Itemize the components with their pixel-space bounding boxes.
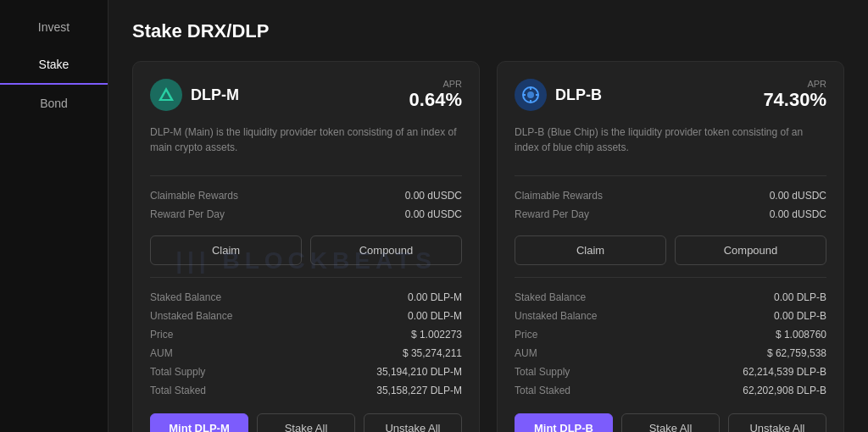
dlp-b-icon: [515, 79, 547, 111]
dlp-b-token-info: DLP-B: [515, 79, 602, 111]
dlp-m-stats: Staked Balance 0.00 DLP-M Unstaked Balan…: [150, 288, 462, 400]
dlp-m-description: DLP-M (Main) is the liquidity provider t…: [150, 125, 462, 162]
dlp-m-price-row: Price $ 1.002273: [150, 325, 462, 344]
dlp-b-price-row: Price $ 1.008760: [515, 325, 826, 344]
dlp-b-price-value: $ 1.008760: [776, 329, 826, 341]
dlp-b-unstaked-balance-row: Unstaked Balance 0.00 DLP-B: [515, 307, 826, 325]
dlp-m-staked-label: Staked Balance: [150, 291, 221, 303]
dlp-b-total-staked-value: 62,202,908 DLP-B: [743, 385, 826, 396]
dlp-b-staked-balance-row: Staked Balance 0.00 DLP-B: [515, 288, 826, 307]
dlp-b-total-supply-label: Total Supply: [515, 366, 570, 378]
dlp-b-staked-label: Staked Balance: [515, 291, 586, 303]
dlp-b-total-staked-row: Total Staked 62,202,908 DLP-B: [515, 381, 826, 400]
dlp-m-staked-value: 0.00 DLP-M: [408, 291, 462, 303]
dlp-b-unstaked-value: 0.00 DLP-B: [774, 310, 826, 322]
dlp-m-reward-per-day-row: Reward Per Day 0.00 dUSDC: [150, 205, 462, 224]
dlp-b-price-label: Price: [515, 329, 537, 341]
dlp-b-total-supply-value: 62,214,539 DLP-B: [743, 366, 826, 378]
dlp-m-mint-button[interactable]: Mint DLP-M: [150, 413, 248, 432]
dlp-b-aum-label: AUM: [515, 347, 537, 359]
dlp-m-unstaked-label: Unstaked Balance: [150, 310, 232, 322]
dlp-m-compound-button[interactable]: Compound: [310, 235, 462, 265]
dlp-m-reward-value: 0.00 dUSDC: [405, 208, 462, 220]
dlp-b-stats: Staked Balance 0.00 DLP-B Unstaked Balan…: [515, 288, 826, 400]
dlp-m-header: DLP-M APR 0.64%: [150, 79, 462, 111]
dlp-m-claim-button[interactable]: Claim: [150, 235, 302, 265]
dlp-m-claimable-rewards-row: Claimable Rewards 0.00 dUSDC: [150, 186, 462, 205]
dlp-m-card: ||| BLOCKBEATS DLP-M APR 0.64% DL: [132, 61, 480, 432]
dlp-b-staked-value: 0.00 DLP-B: [774, 291, 826, 303]
dlp-b-unstake-all-button[interactable]: Unstake All: [728, 413, 826, 432]
dlp-m-total-supply-row: Total Supply 35,194,210 DLP-M: [150, 363, 462, 381]
dlp-b-claimable-rewards-row: Claimable Rewards 0.00 dUSDC: [515, 186, 826, 205]
dlp-b-reward-per-day-row: Reward Per Day 0.00 dUSDC: [515, 205, 826, 224]
dlp-b-claimable-value: 0.00 dUSDC: [770, 190, 826, 202]
dlp-m-total-supply-value: 35,194,210 DLP-M: [376, 366, 462, 378]
dlp-m-staked-balance-row: Staked Balance 0.00 DLP-M: [150, 288, 462, 307]
dlp-b-name: DLP-B: [555, 86, 602, 104]
dlp-m-aum-value: $ 35,274,211: [403, 347, 462, 359]
dlp-m-divider-1: [150, 175, 462, 176]
dlp-m-token-info: DLP-M: [150, 79, 239, 111]
dlp-b-apr-value: 74.30%: [763, 89, 826, 111]
dlp-m-total-staked-row: Total Staked 35,158,227 DLP-M: [150, 381, 462, 400]
dlp-m-claimable-label: Claimable Rewards: [150, 190, 238, 202]
dlp-m-claimable-value: 0.00 dUSDC: [405, 190, 462, 202]
dlp-b-divider-2: [515, 277, 826, 278]
sidebar-item-stake[interactable]: Stake: [0, 46, 108, 85]
dlp-m-total-staked-value: 35,158,227 DLP-M: [376, 385, 462, 396]
dlp-m-aum-row: AUM $ 35,274,211: [150, 344, 462, 363]
dlp-b-unstaked-label: Unstaked Balance: [515, 310, 597, 322]
dlp-m-icon: [150, 79, 182, 111]
dlp-b-compound-button[interactable]: Compound: [675, 235, 826, 265]
dlp-b-apr: APR 74.30%: [763, 79, 826, 111]
dlp-m-apr-label: APR: [409, 79, 462, 89]
sidebar-item-invest[interactable]: Invest: [0, 8, 108, 46]
dlp-m-reward-label: Reward Per Day: [150, 208, 225, 220]
dlp-b-reward-value: 0.00 dUSDC: [770, 208, 826, 220]
dlp-m-total-staked-label: Total Staked: [150, 385, 206, 396]
cards-container: ||| BLOCKBEATS DLP-M APR 0.64% DL: [132, 61, 844, 432]
dlp-b-aum-value: $ 62,759,538: [767, 347, 826, 359]
sidebar-item-bond[interactable]: Bond: [0, 85, 108, 122]
dlp-b-total-supply-row: Total Supply 62,214,539 DLP-B: [515, 363, 826, 381]
dlp-m-bottom-buttons: Mint DLP-M Stake All Unstake All: [150, 413, 462, 432]
page-title: Stake DRX/DLP: [132, 20, 844, 42]
dlp-m-action-buttons: Claim Compound: [150, 235, 462, 265]
dlp-m-unstaked-balance-row: Unstaked Balance 0.00 DLP-M: [150, 307, 462, 325]
dlp-m-unstaked-value: 0.00 DLP-M: [408, 310, 462, 322]
dlp-b-claimable-label: Claimable Rewards: [515, 190, 603, 202]
sidebar: Invest Stake Bond: [0, 0, 108, 432]
dlp-m-name: DLP-M: [191, 86, 239, 104]
dlp-b-mint-button[interactable]: Mint DLP-B: [515, 413, 613, 432]
dlp-b-divider-1: [515, 175, 826, 176]
dlp-b-apr-label: APR: [763, 79, 826, 89]
svg-point-3: [527, 91, 534, 98]
dlp-b-total-staked-label: Total Staked: [515, 385, 570, 396]
dlp-m-apr: APR 0.64%: [409, 79, 462, 111]
dlp-m-price-label: Price: [150, 329, 173, 341]
dlp-m-total-supply-label: Total Supply: [150, 366, 205, 378]
dlp-m-aum-label: AUM: [150, 347, 173, 359]
dlp-b-description: DLP-B (Blue Chip) is the liquidity provi…: [515, 125, 826, 162]
dlp-m-stake-all-button[interactable]: Stake All: [257, 413, 355, 432]
dlp-b-claim-button[interactable]: Claim: [515, 235, 666, 265]
dlp-m-divider-2: [150, 277, 462, 278]
dlp-b-card: DLP-B APR 74.30% DLP-B (Blue Chip) is th…: [497, 61, 844, 432]
dlp-b-stake-all-button[interactable]: Stake All: [621, 413, 720, 432]
dlp-b-aum-row: AUM $ 62,759,538: [515, 344, 826, 363]
dlp-b-reward-label: Reward Per Day: [515, 208, 589, 220]
dlp-m-price-value: $ 1.002273: [411, 329, 462, 341]
dlp-m-unstake-all-button[interactable]: Unstake All: [364, 413, 462, 432]
dlp-b-header: DLP-B APR 74.30%: [515, 79, 826, 111]
dlp-b-bottom-buttons: Mint DLP-B Stake All Unstake All: [515, 413, 826, 432]
main-content: Stake DRX/DLP ||| BLOCKBEATS DLP-M APR: [108, 0, 868, 432]
dlp-m-apr-value: 0.64%: [409, 89, 462, 111]
dlp-b-action-buttons: Claim Compound: [515, 235, 826, 265]
